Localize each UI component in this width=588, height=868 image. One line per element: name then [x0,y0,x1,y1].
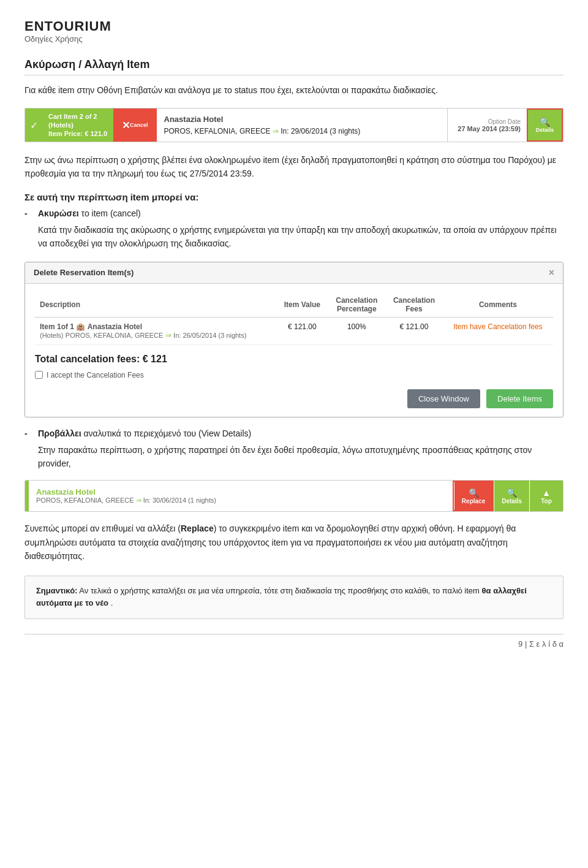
replace-text: Συνεπώς μπορεί αν επιθυμεί να αλλάξει (R… [24,522,564,563]
hotel-item-main: Anastazia Hotel POROS, KEFALONIA, GREECE… [29,484,453,508]
modal-body: Description Item Value CancelationPercen… [25,284,563,417]
table-cell-value: € 121.00 [276,317,328,345]
site-title: ENTOURIUM [24,18,564,34]
hotel2-location: POROS, KEFALONIA, GREECE [36,497,134,504]
hotel2-name: Anastazia Hotel [36,487,445,497]
cart-check-icon: ✓ [25,108,42,142]
site-subtitle: Οδηγίες Χρήσης [24,34,564,44]
col-cancel-fees: CancelationFees [385,292,443,318]
note-text: Αν τελικά ο χρήστης καταλήξει σε μια νέα… [79,586,481,595]
table-cell-fees: € 121.00 [385,317,443,345]
section-heading: Σε αυτή την περίπτωση item μπορεί να: [24,192,564,202]
modal-hotel-loc: POROS, KEFALONIA, GREECE [66,332,164,339]
cancel-label: Cancel [130,122,148,128]
table-cell-pct: 100% [328,317,385,345]
cancel-highlight: ✕ Cancel [113,108,157,142]
cart-hotel-name: Anastazia Hotel [164,113,440,126]
bullet-view: - Προβάλλει αναλυτικά το περιεχόμενό του… [24,428,564,438]
view-description: Στην παρακάτω περίπτωση, ο χρήστης παρατ… [38,443,564,471]
cancel-x-icon: ✕ [122,120,130,131]
replace-label: Replace [462,498,485,504]
replace-icon: 🔍 [469,488,479,498]
details-highlight: 🔍 Details [527,108,563,142]
bullet-dash-cancel: - [24,208,32,218]
cart-arrow: ⇒ [273,127,281,135]
body-text-1: Στην ως άνω περίπτωση ο χρήστης βλέπει έ… [24,153,564,181]
accept-row: I accept the Cancelation Fees [35,371,553,379]
accept-checkbox[interactable] [35,371,43,379]
col-description: Description [35,292,276,318]
cancel-description: Κατά την διαδικασία της ακύρωσης ο χρήστ… [38,223,564,251]
modal-checkin: In: 26/05/2014 (3 nights) [173,332,246,339]
details-button[interactable]: 🔍 Details [528,110,562,140]
top-label: Top [541,498,552,504]
delete-reservation-modal: Delete Reservation Item(s) × Description… [24,262,564,417]
replace-text-part1: Συνεπώς μπορεί αν επιθυμεί να αλλάξει (R… [24,523,516,561]
page-divider: | [525,639,529,649]
bullet-view-text: Προβάλλει αναλυτικά το περιεχόμενό του (… [38,428,251,438]
modal-hotel-name: Anastazia Hotel [88,322,142,331]
replace-bold: Replace [181,523,214,533]
cart-item-bar: ✓ Cart Item 2 of 2 (Hotels) Item Price: … [24,108,564,142]
bullet-cancel: - Ακυρώσει το item (cancel) [24,208,564,218]
table-cell-comments: Item have Cancelation fees [443,317,553,345]
option-label: Option Date [454,118,521,125]
bullet-cancel-text: Ακυρώσει το item (cancel) [38,208,141,218]
hotel2-arrow: ⇒ [136,497,143,504]
col-comments: Comments [443,292,553,318]
cancel-bullet-item: το item (cancel) [81,208,141,218]
table-header-row: Description Item Value CancelationPercen… [35,292,553,318]
details-icon-2: 🔍 [507,488,517,498]
cart-item-info: Cart Item 2 of 2 (Hotels) Item Price: € … [42,108,113,142]
view-bullet-item: αναλυτικά το περιεχόμενό του (View Detai… [83,428,251,438]
modal-title: Delete Reservation Item(s) [34,268,134,277]
delete-items-button[interactable]: Delete Items [486,389,553,408]
details-label: Details [536,127,554,133]
close-window-button[interactable]: Close Window [407,389,480,408]
modal-close-icon[interactable]: × [549,267,554,278]
page-number-bar: 9 | Σ ε λ ί δ α [24,634,564,649]
modal-table: Description Item Value CancelationPercen… [35,292,553,345]
note-text2: . [111,598,113,607]
cart-hotel-location: POROS, KEFALONIA, GREECE [164,127,271,135]
total-cancelation: Total cancelation fees: € 121 [35,354,553,365]
hotel2-checkin: In: 30/06/2014 (1 nights) [143,497,216,504]
page-number: 9 [518,639,522,649]
cancel-button[interactable]: ✕ Cancel [115,110,156,140]
top-icon: ▲ [542,488,551,498]
cart-option-date: Option Date 27 May 2014 (23:59) [447,108,527,142]
magnify-icon: 🔍 [540,117,550,127]
details-button-2[interactable]: 🔍 Details [494,481,529,511]
intro-text: Για κάθε item στην Οθόνη Επιβατών και αν… [24,84,564,97]
site-header: ENTOURIUM Οδηγίες Χρήσης [24,18,564,44]
cart-hotel-details: POROS, KEFALONIA, GREECE ⇒ In: 29/06/201… [164,126,440,137]
cart-hotel-info: Anastazia Hotel POROS, KEFALONIA, GREECE… [157,113,447,137]
note-box: Σημαντικό: Αν τελικά ο χρήστης καταλήξει… [24,576,564,620]
modal-hotel-type: (Hotels) [40,332,64,339]
table-cell-desc: Item 1of 1 🏨 Anastazia Hotel (Hotels) PO… [35,317,276,345]
item-number: Item 1of 1 [40,322,74,331]
table-row: Item 1of 1 🏨 Anastazia Hotel (Hotels) PO… [35,317,553,345]
top-button[interactable]: ▲ Top [529,481,563,511]
hotel-icon: 🏨 [76,322,87,331]
accept-label: I accept the Cancelation Fees [47,371,144,379]
hotel-item-bar-2: Anastazia Hotel POROS, KEFALONIA, GREECE… [24,480,564,512]
note-title: Σημαντικό: [36,586,77,595]
cart-checkin: In: 29/06/2014 (3 nights) [281,127,360,135]
option-date: 27 May 2014 (23:59) [454,125,521,132]
cancel-bullet-label: Ακυρώσει [38,208,79,218]
replace-button[interactable]: 🔍 Replace [454,482,492,510]
bullet-dash-view: - [24,428,32,438]
modal-header: Delete Reservation Item(s) × [25,262,563,284]
col-item-value: Item Value [276,292,328,318]
cart-price: Item Price: € 121.0 [48,129,107,138]
section-title: Ακύρωση / Αλλαγή Item [24,58,564,75]
replace-highlight: 🔍 Replace [453,481,494,511]
col-cancel-pct: CancelationPercentage [328,292,385,318]
cart-label: Cart Item 2 of 2 [48,112,107,121]
hotel-action-buttons: 🔍 Replace 🔍 Details ▲ Top [453,481,563,511]
cart-type: (Hotels) [48,121,107,129]
view-bullet-label: Προβάλλει [38,428,81,438]
modal-arrow: ⇒ [165,331,173,340]
modal-buttons: Close Window Delete Items [35,389,553,408]
